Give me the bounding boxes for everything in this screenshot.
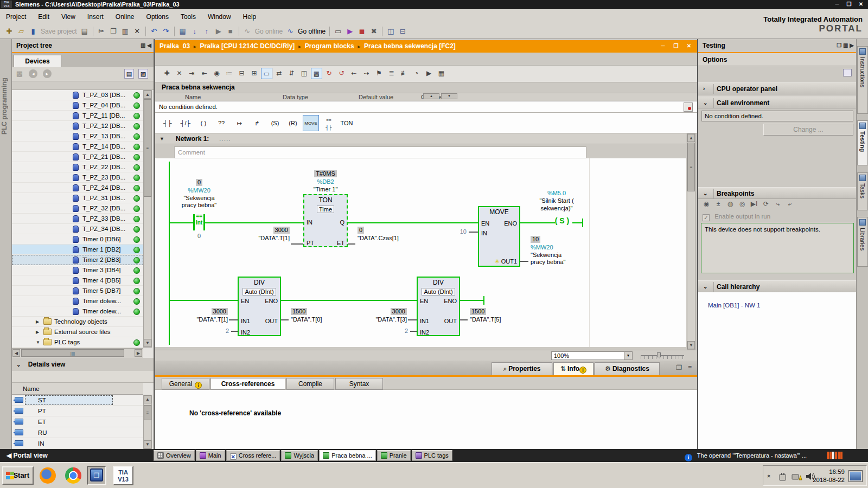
tree-hscrollbar[interactable]: ◀ |||| ▶: [12, 348, 143, 358]
favorite-ton-timer-icon[interactable]: TON: [339, 115, 355, 131]
go-offline-label[interactable]: Go offline: [298, 25, 326, 38]
run-to-cursor-icon[interactable]: ▶I: [748, 200, 760, 208]
new-object-icon[interactable]: ▩: [14, 68, 25, 79]
move-block[interactable]: MOVE EN ENO IN ✳ OUT1: [478, 206, 520, 267]
stop-simulation-icon[interactable]: ◼: [356, 26, 367, 37]
tab-diagnostics[interactable]: ⚙Diagnostics: [595, 362, 660, 375]
network-expand-icon[interactable]: ⊟: [236, 68, 247, 79]
pin-en[interactable]: EN: [241, 298, 249, 304]
pin-q[interactable]: Q: [340, 219, 344, 226]
compare-constant[interactable]: 0: [183, 233, 215, 240]
column-header[interactable]: Default value: [359, 94, 393, 100]
tab-devices[interactable]: Devices: [14, 55, 61, 67]
contact-operand[interactable]: %MW20: [167, 187, 232, 194]
scroll-thumb[interactable]: ≡: [144, 99, 151, 197]
pin-in2[interactable]: IN2: [241, 329, 250, 336]
show-tags-icon[interactable]: ▩: [311, 68, 322, 79]
set-coil[interactable]: ( S ): [552, 217, 572, 224]
step-over-icon[interactable]: ⟳: [760, 200, 772, 208]
scroll-thumb[interactable]: ≡: [144, 405, 151, 420]
compare-type[interactable]: Int: [192, 219, 206, 226]
editor-button-main[interactable]: Main: [196, 450, 225, 461]
scroll-thumb[interactable]: ≡: [687, 143, 695, 191]
favorite-compare-icon[interactable]: ==┤├: [321, 115, 337, 131]
ton-block[interactable]: TON Time IN Q PT ET: [303, 194, 348, 247]
favorite-no-contact-icon[interactable]: ┤├: [159, 115, 176, 131]
remote-app-button[interactable]: ❐: [87, 466, 106, 485]
column-header[interactable]: Name: [185, 94, 201, 100]
new-project-icon[interactable]: ✚: [4, 26, 15, 37]
div1-in1-operand[interactable]: "DATA".T[1]: [170, 316, 228, 323]
tree-item[interactable]: T_PZ_24 [DB...: [12, 183, 143, 193]
collapse-statements-icon[interactable]: ≢: [398, 68, 410, 79]
cut-icon[interactable]: ✂: [96, 26, 107, 37]
div1-block[interactable]: DIV Auto (DInt) EN ENO IN1 IN2 OUT: [238, 277, 281, 336]
scroll-up-icon[interactable]: ▲: [687, 134, 695, 142]
subtab-compile[interactable]: Compile: [286, 378, 334, 390]
network-header[interactable]: ▼ Network 1: .....: [155, 133, 686, 144]
forward-icon[interactable]: ▸: [43, 69, 52, 78]
minimize-editor-icon[interactable]: ─: [657, 42, 669, 50]
editor-button-cross-refere-[interactable]: ✕Cross refere...: [226, 450, 280, 461]
column-header[interactable]: Data type: [283, 94, 308, 100]
enable-output-checkbox[interactable]: ✓ Enable output in run: [703, 212, 770, 221]
editor-button-praca-bebna-[interactable]: Praca bebna ...: [319, 450, 376, 461]
tree-item[interactable]: T_PZ_32 [DB...: [12, 203, 143, 214]
et-operand[interactable]: "DATA".Czas[1]: [358, 235, 399, 242]
hscroll-thumb[interactable]: ||||: [21, 349, 124, 357]
window-icon[interactable]: [843, 69, 852, 76]
collapse-network-icon[interactable]: ▼: [159, 133, 164, 144]
side-tab-libraries[interactable]: Libraries: [857, 217, 868, 267]
undo-action-icon[interactable]: ↻: [323, 68, 335, 79]
tree-item[interactable]: T_PZ_03 [DB...: [12, 90, 143, 100]
tree-item[interactable]: T_PZ_21 [DB...: [12, 152, 143, 162]
pt-operand[interactable]: "DATA".T[1]: [220, 235, 290, 242]
menu-insert[interactable]: Insert: [81, 9, 110, 21]
chevron-collapsed-icon[interactable]: ▶: [36, 317, 39, 327]
pin-in2[interactable]: IN2: [420, 329, 429, 336]
step-out-icon[interactable]: ⤶: [784, 200, 796, 208]
save-project-label[interactable]: Save project: [41, 25, 77, 38]
scroll-down-icon[interactable]: ▼: [144, 440, 151, 448]
ton-datatype[interactable]: Time: [317, 206, 334, 213]
clock[interactable]: 16:59 2018-08-22: [813, 468, 845, 484]
insert-box-icon[interactable]: ⇄: [273, 68, 285, 79]
pin-in1[interactable]: IN1: [241, 318, 250, 324]
pin-in1[interactable]: IN1: [420, 318, 429, 324]
favorite-set-coil-icon[interactable]: (S): [267, 115, 283, 131]
tree-item[interactable]: T_PZ_13 [DB...: [12, 131, 143, 142]
splitter-down-icon[interactable]: ▼: [441, 93, 457, 99]
call-hierarchy-item[interactable]: Main [OB1] - NW 1: [708, 302, 761, 309]
menu-window[interactable]: Window: [202, 9, 237, 21]
network-collapse-icon[interactable]: ⊞: [248, 68, 260, 79]
split-horizontal-icon[interactable]: ◫: [385, 26, 396, 37]
consistency-check-icon[interactable]: ⚑: [373, 68, 385, 79]
delete-row-icon[interactable]: ⇤: [199, 68, 210, 79]
div2-in2-value[interactable]: 2: [387, 328, 408, 335]
tree-item[interactable]: T_PZ_22 [DB...: [12, 162, 143, 172]
list-view-icon[interactable]: ▤: [124, 69, 134, 79]
pin-en[interactable]: EN: [481, 220, 489, 227]
div1-in2-value[interactable]: 2: [208, 328, 229, 335]
maximize-button[interactable]: ❐: [843, 1, 855, 8]
menu-options[interactable]: Options: [141, 9, 175, 21]
scroll-down-icon[interactable]: ▼: [687, 341, 695, 349]
favorite-reset-coil-icon[interactable]: (R): [285, 115, 301, 131]
tree-item[interactable]: Timer 4 [DB5]: [12, 275, 143, 286]
auto-collapse-icon[interactable]: ▥: [141, 42, 145, 48]
section-breakpoints[interactable]: ⌄ Breakpoints: [698, 187, 856, 199]
subtab-syntax[interactable]: Syntax: [335, 378, 383, 390]
menu-view[interactable]: View: [55, 9, 81, 21]
tree-item[interactable]: T_PZ_23 [DB...: [12, 172, 143, 183]
breadcrumb-segment[interactable]: Pralka_03: [159, 42, 190, 50]
delete-network-icon[interactable]: ✕: [174, 68, 185, 79]
tia-portal-taskbar-button[interactable]: TIAV13: [113, 466, 133, 485]
details-row[interactable]: ET: [12, 416, 143, 427]
define-condition-icon[interactable]: [684, 102, 693, 112]
breadcrumb-segment[interactable]: Praca bebna sekwencja [FC2]: [364, 42, 456, 50]
div2-out-operand[interactable]: "DATA".T[5]: [470, 316, 501, 323]
diagram-view-icon[interactable]: ▨: [138, 69, 148, 79]
breakpoint-options-icon[interactable]: ±: [712, 200, 724, 208]
pin-et[interactable]: ET: [337, 240, 344, 246]
minimize-button[interactable]: ─: [831, 1, 843, 8]
